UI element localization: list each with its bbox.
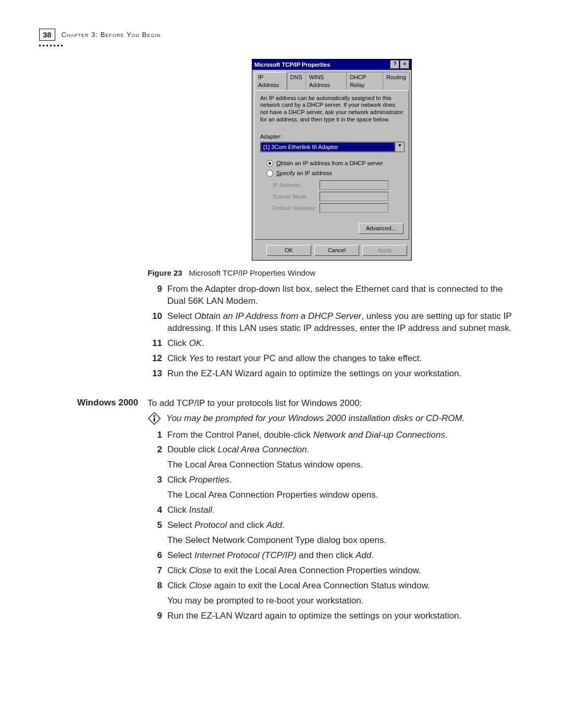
- page-number: 38: [39, 29, 55, 41]
- step-number: 1: [148, 429, 167, 441]
- dialog-description: An IP address can be automatically assig…: [260, 95, 403, 124]
- step-number: 10: [148, 311, 167, 335]
- step-number: 3: [148, 474, 167, 501]
- adapter-dropdown[interactable]: [1] 3Com Etherlink III Adapter ▼: [260, 142, 405, 153]
- step-text: Click Install.: [167, 504, 516, 516]
- step-9: 9 From the Adapter drop-down list box, s…: [148, 283, 516, 307]
- figure-label: Figure 23: [148, 268, 182, 277]
- w2k-step-6: 6 Select Internet Protocol (TCP/IP) and …: [148, 550, 516, 562]
- dialog-title-text: Microsoft TCP/IP Properties: [254, 61, 330, 69]
- help-button[interactable]: ?: [390, 60, 399, 69]
- radio-icon: [266, 160, 273, 167]
- tab-dhcp-relay[interactable]: DHCP Relay: [346, 72, 383, 90]
- step-number: 11: [148, 338, 167, 350]
- step-text: Click Close to exit the Local Area Conne…: [167, 565, 516, 577]
- w2k-step-3: 3 Click Properties. The Local Area Conne…: [148, 474, 516, 501]
- w2k-step-5: 5 Select Protocol and click Add. The Sel…: [148, 520, 516, 547]
- step-number: 4: [148, 504, 167, 516]
- step-sub: The Local Area Connection Status window …: [167, 459, 516, 471]
- w2k-step-1: 1 From the Control Panel, double-click N…: [148, 429, 516, 441]
- step-number: 13: [148, 368, 167, 380]
- step-number: 6: [148, 550, 167, 562]
- figure-caption: Figure 23 Microsoft TCP/IP Properties Wi…: [148, 268, 516, 278]
- figure-caption-text: Microsoft TCP/IP Properties Window: [189, 268, 315, 277]
- radio-obtain-label: Obtain an IP address from a DHCP server: [276, 159, 383, 167]
- info-icon: [148, 412, 161, 425]
- step-number: 7: [148, 565, 167, 577]
- step-13: 13 Run the EZ-LAN Wizard again to optimi…: [148, 368, 516, 380]
- w2k-step-8: 8 Click Close again to exit the Local Ar…: [148, 580, 516, 607]
- section-heading: Windows 2000: [39, 398, 148, 408]
- w2k-step-4: 4 Click Install.: [148, 504, 516, 516]
- step-text: From the Adapter drop-down list box, sel…: [167, 283, 516, 307]
- adapter-label: Adapter:: [260, 133, 403, 141]
- page: 38 Chapter 3: Before You Begin Microsoft…: [0, 0, 563, 728]
- page-header: 38 Chapter 3: Before You Begin: [39, 29, 516, 41]
- dialog-titlebar: Microsoft TCP/IP Properties ? ×: [252, 59, 411, 70]
- step-text: Select Internet Protocol (TCP/IP) and th…: [167, 550, 516, 562]
- subnet-mask-label: Subnet Mask:: [273, 193, 320, 201]
- section-intro: To add TCP/IP to your protocols list for…: [148, 398, 516, 410]
- step-text: Click OK.: [167, 338, 516, 350]
- w2k-step-7: 7 Click Close to exit the Local Area Con…: [148, 565, 516, 577]
- step-text: Run the EZ-LAN Wizard again to optimize …: [167, 368, 516, 380]
- advanced-button[interactable]: Advanced...: [359, 223, 403, 234]
- tab-routing[interactable]: Routing: [383, 72, 410, 90]
- tab-strip: IP Address DNS WINS Address DHCP Relay R…: [252, 70, 411, 90]
- w2k-step-2: 2 Double click Local Area Connection. Th…: [148, 444, 516, 471]
- step-sub: The Select Network Component Type dialog…: [167, 535, 516, 547]
- close-button[interactable]: ×: [400, 60, 409, 69]
- step-text: Click Close again to exit the Local Area…: [167, 580, 516, 607]
- svg-rect-2: [154, 417, 155, 422]
- step-sub: You may be prompted to re-boot your work…: [167, 595, 516, 607]
- apply-button[interactable]: Apply: [362, 245, 407, 256]
- step-text: Double click Local Area Connection. The …: [167, 444, 516, 471]
- step-11: 11 Click OK.: [148, 338, 516, 350]
- radio-specify-label: Specify an IP address: [276, 169, 332, 177]
- default-gateway-field: [320, 203, 388, 213]
- radio-icon: [266, 170, 273, 177]
- adapter-value: [1] 3Com Etherlink III Adapter: [261, 142, 395, 152]
- info-note: You may be prompted for your Windows 200…: [148, 412, 516, 425]
- chapter-title-text: Chapter 3: Before You Begin: [62, 31, 161, 39]
- step-number: 9: [148, 610, 167, 622]
- step-text: Click Yes to restart your PC and allow t…: [167, 353, 516, 365]
- subnet-mask-field: [320, 192, 388, 201]
- step-10: 10 Select Obtain an IP Address from a DH…: [148, 311, 516, 335]
- radio-obtain-dhcp[interactable]: Obtain an IP address from a DHCP server: [266, 159, 403, 167]
- step-number: 12: [148, 353, 167, 365]
- step-text: Select Obtain an IP Address from a DHCP …: [167, 311, 516, 335]
- tab-wins[interactable]: WINS Address: [305, 72, 347, 90]
- tab-dns[interactable]: DNS: [287, 72, 306, 90]
- tab-panel: An IP address can be automatically assig…: [254, 90, 409, 240]
- tab-ip-address[interactable]: IP Address: [254, 72, 287, 90]
- step-number: 8: [148, 580, 167, 607]
- chapter-title: Chapter 3: Before You Begin: [62, 31, 161, 39]
- step-text: Run the EZ-LAN Wizard again to optimize …: [167, 610, 516, 622]
- decorative-dots: [39, 41, 65, 45]
- step-sub: The Local Area Connection Properties win…: [167, 489, 516, 501]
- step-number: 5: [148, 520, 167, 547]
- step-number: 9: [148, 283, 167, 307]
- ip-address-label: IP Address:: [273, 181, 320, 189]
- w2k-step-9: 9 Run the EZ-LAN Wizard again to optimiz…: [148, 610, 516, 622]
- dialog-figure: Microsoft TCP/IP Properties ? × IP Addre…: [148, 59, 516, 261]
- info-note-text: You may be prompted for your Windows 200…: [166, 412, 464, 425]
- step-text: Click Properties. The Local Area Connect…: [167, 474, 516, 501]
- ip-address-field: [320, 180, 388, 190]
- step-number: 2: [148, 444, 167, 471]
- step-text: Select Protocol and click Add. The Selec…: [167, 520, 516, 547]
- default-gateway-label: Default Gateway:: [273, 204, 320, 212]
- step-12: 12 Click Yes to restart your PC and allo…: [148, 353, 516, 365]
- svg-point-1: [153, 415, 155, 416]
- cancel-button[interactable]: Cancel: [314, 245, 359, 256]
- tcpip-dialog: Microsoft TCP/IP Properties ? × IP Addre…: [252, 59, 412, 261]
- ok-button[interactable]: OK: [266, 245, 311, 256]
- radio-specify-ip[interactable]: Specify an IP address: [266, 169, 403, 177]
- dropdown-arrow-icon[interactable]: ▼: [395, 142, 404, 152]
- step-text: From the Control Panel, double-click Net…: [167, 429, 516, 441]
